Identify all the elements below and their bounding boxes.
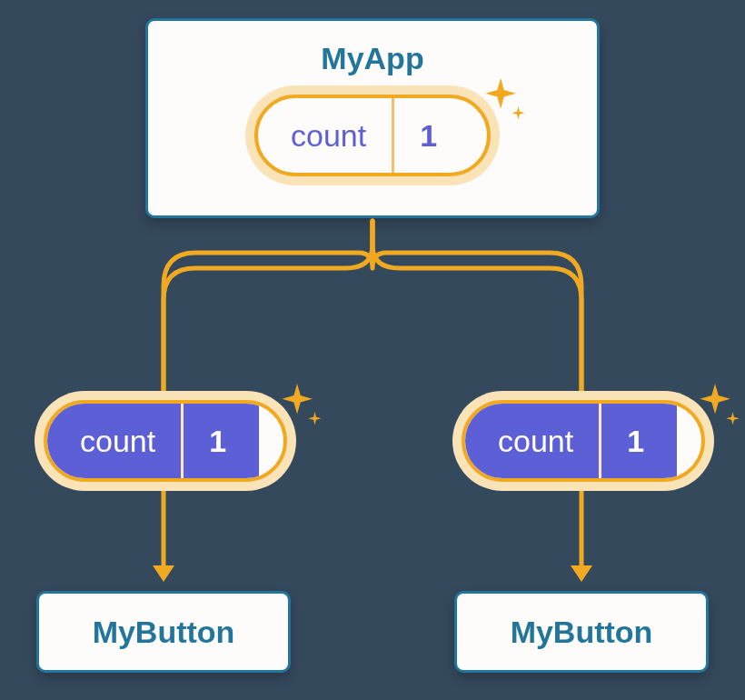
prop-label: count xyxy=(47,404,181,478)
child-label: MyButton xyxy=(93,615,235,650)
right-prop-pill-wrap: count 1 xyxy=(462,400,705,482)
right-prop-pill: count 1 xyxy=(462,400,705,482)
right-child-box: MyButton xyxy=(454,591,709,673)
prop-value: 1 xyxy=(184,404,259,478)
parent-state-pill: count 1 xyxy=(254,95,491,176)
parent-state-pill-wrap: count 1 xyxy=(254,95,491,176)
state-value: 1 xyxy=(394,98,470,173)
left-prop-to-child-arrow xyxy=(145,491,182,591)
left-child-box: MyButton xyxy=(36,591,291,673)
right-prop-to-child-arrow xyxy=(563,491,600,591)
left-prop-pill: count 1 xyxy=(44,400,287,482)
diagram-stage: MyApp count 1 count 1 xyxy=(0,0,745,700)
prop-value: 1 xyxy=(601,404,677,478)
left-prop-pill-wrap: count 1 xyxy=(44,400,287,482)
parent-to-props-connector xyxy=(0,218,745,409)
parent-component-box: MyApp count 1 xyxy=(145,18,600,218)
state-label: count xyxy=(258,98,392,173)
child-label: MyButton xyxy=(511,615,653,650)
parent-title: MyApp xyxy=(321,41,423,76)
prop-label: count xyxy=(465,404,599,478)
